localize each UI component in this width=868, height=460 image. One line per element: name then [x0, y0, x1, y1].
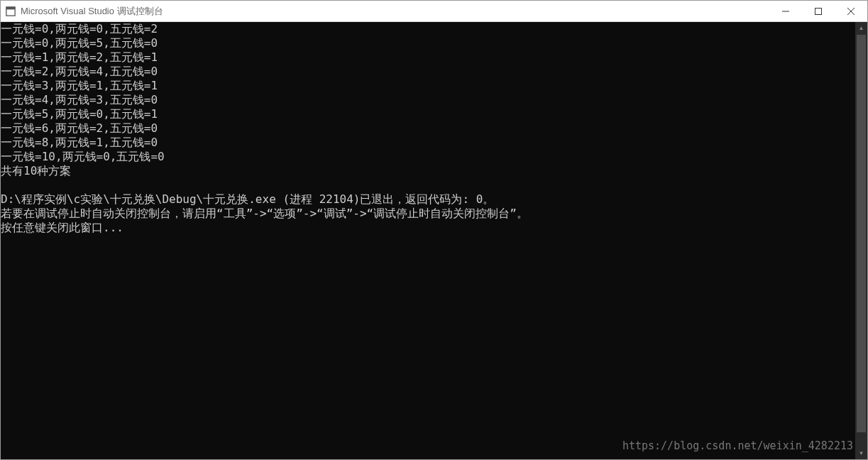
console-line: 一元钱=0,两元钱=5,五元钱=0	[1, 36, 855, 50]
console-line: 共有10种方案	[1, 164, 855, 178]
svg-rect-1	[6, 6, 15, 9]
console-line: 一元钱=3,两元钱=1,五元钱=1	[1, 79, 855, 93]
console-output[interactable]: 一元钱=0,两元钱=0,五元钱=2一元钱=0,两元钱=5,五元钱=0一元钱=1,…	[1, 22, 855, 459]
console-line: 一元钱=6,两元钱=2,五元钱=0	[1, 121, 855, 136]
svg-rect-3	[815, 8, 822, 14]
console-line: 一元钱=10,两元钱=0,五元钱=0	[1, 150, 855, 164]
console-line	[1, 178, 855, 192]
close-button[interactable]	[835, 1, 867, 21]
maximize-button[interactable]	[802, 1, 835, 21]
scroll-up-arrow[interactable]: ▲	[855, 22, 867, 34]
scroll-down-arrow[interactable]: ▼	[855, 447, 867, 459]
window-title: Microsoft Visual Studio 调试控制台	[21, 5, 769, 18]
vertical-scrollbar[interactable]: ▲ ▼	[855, 22, 867, 459]
console-line: 一元钱=5,两元钱=0,五元钱=1	[1, 107, 855, 121]
console-line: 一元钱=1,两元钱=2,五元钱=1	[1, 50, 855, 65]
console-line: 一元钱=0,两元钱=0,五元钱=2	[1, 22, 855, 36]
console-line: D:\程序实例\c实验\十元兑换\Debug\十元兑换.exe (进程 2210…	[1, 192, 855, 207]
console-line: 若要在调试停止时自动关闭控制台，请启用“工具”->“选项”->“调试”->“调试…	[1, 207, 855, 221]
console-line: 一元钱=8,两元钱=1,五元钱=0	[1, 136, 855, 150]
scroll-thumb[interactable]	[857, 35, 866, 432]
minimize-button[interactable]	[769, 1, 802, 21]
console-line: 一元钱=4,两元钱=3,五元钱=0	[1, 93, 855, 107]
console-area: 一元钱=0,两元钱=0,五元钱=2一元钱=0,两元钱=5,五元钱=0一元钱=1,…	[1, 22, 867, 459]
console-line: 按任意键关闭此窗口...	[1, 221, 855, 235]
console-line: 一元钱=2,两元钱=4,五元钱=0	[1, 65, 855, 79]
titlebar[interactable]: Microsoft Visual Studio 调试控制台	[1, 1, 867, 22]
console-window: Microsoft Visual Studio 调试控制台 一元钱=0,两元钱=…	[0, 0, 868, 460]
app-icon	[5, 6, 16, 17]
window-controls	[769, 1, 867, 21]
